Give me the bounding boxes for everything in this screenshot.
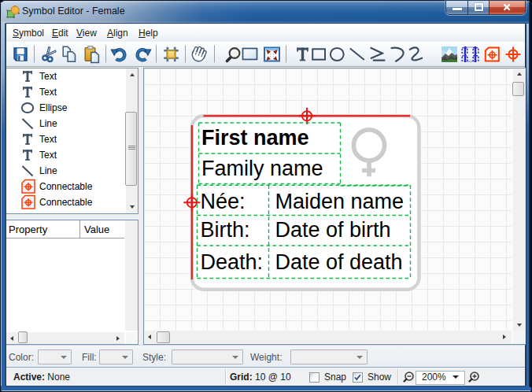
svg-text:Death:: Death:: [201, 250, 264, 274]
svg-text:Family name: Family name: [201, 157, 323, 180]
svg-text:Date of death: Date of death: [275, 250, 403, 274]
svg-text:Birth:: Birth:: [201, 218, 250, 242]
svg-text:Née:: Née:: [201, 190, 246, 213]
svg-text:Date of birth: Date of birth: [275, 218, 391, 242]
svg-text:First name: First name: [201, 126, 309, 150]
svg-text:Maiden name: Maiden name: [275, 190, 405, 213]
